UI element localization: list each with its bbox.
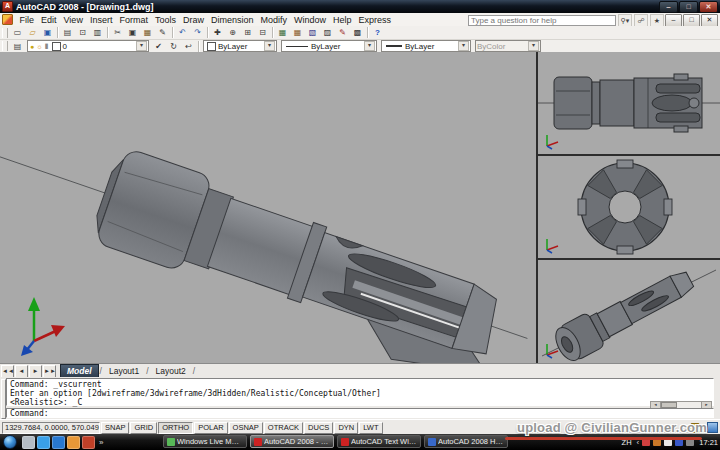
tab-next-button[interactable]: ► bbox=[29, 365, 42, 378]
plot-icon[interactable]: ▤ bbox=[60, 26, 75, 39]
markup-set-manager-icon[interactable]: ✎ bbox=[335, 26, 350, 39]
layout-tabs-row: ◄◄ ◄ ► ►► Model / Layout1 / Layout2 / bbox=[0, 363, 720, 378]
menu-view[interactable]: View bbox=[60, 14, 86, 26]
menu-draw[interactable]: Draw bbox=[179, 14, 207, 26]
flash-hider-iso-view bbox=[538, 260, 720, 363]
coordinate-readout[interactable]: 1329.7684, 0.0000, 570.0492 bbox=[2, 422, 100, 434]
toggle-lwt[interactable]: LWT bbox=[359, 422, 382, 434]
clock[interactable]: 17:21 bbox=[699, 438, 718, 447]
sheet-set-manager-icon[interactable]: ▨ bbox=[320, 26, 335, 39]
paste-icon[interactable]: ▦ bbox=[140, 26, 155, 39]
menu-express[interactable]: Express bbox=[355, 14, 395, 26]
help-search-input[interactable] bbox=[468, 15, 616, 26]
window-switcher-icon[interactable] bbox=[37, 436, 50, 449]
toggle-grid[interactable]: GRID bbox=[130, 422, 157, 434]
command-prompt[interactable]: Command: bbox=[6, 408, 714, 418]
zoom-realtime-icon[interactable]: ⊕ bbox=[225, 26, 240, 39]
menu-help[interactable]: Help bbox=[330, 14, 356, 26]
zoom-previous-icon[interactable]: ⊟ bbox=[255, 26, 270, 39]
tab-last-button[interactable]: ►► bbox=[43, 365, 56, 378]
standard-toolbar: ▭ ▱ ▣ ▤ ⊡ ▥ ✂ ▣ ▦ ✎ ↶ ↷ ✚ ⊕ ⊞ ⊟ ▦ ▦ ▧ ▨ … bbox=[0, 26, 720, 40]
zoom-window-icon[interactable]: ⊞ bbox=[240, 26, 255, 39]
viewport-main-3d[interactable] bbox=[0, 52, 536, 363]
quickcalc-icon[interactable]: ▩ bbox=[350, 26, 365, 39]
toolbar-grip-2[interactable] bbox=[2, 41, 8, 51]
command-hscrollbar[interactable]: ◄ ► bbox=[650, 401, 712, 407]
color-dropdown[interactable]: ByLayer ▾ bbox=[203, 40, 277, 52]
layer-update-icon[interactable]: ↻ bbox=[166, 40, 181, 53]
linetype-dropdown[interactable]: ByLayer ▾ bbox=[281, 40, 377, 52]
open-icon[interactable]: ▱ bbox=[25, 26, 40, 39]
quick-launch-overflow-icon[interactable]: » bbox=[99, 438, 103, 447]
ucs-icon bbox=[20, 295, 66, 357]
menu-edit[interactable]: Edit bbox=[38, 14, 61, 26]
viewport-side-view[interactable] bbox=[538, 52, 720, 154]
match-properties-icon[interactable]: ✎ bbox=[155, 26, 170, 39]
copy-icon[interactable]: ▣ bbox=[125, 26, 140, 39]
pan-realtime-icon[interactable]: ✚ bbox=[210, 26, 225, 39]
menu-file[interactable]: File bbox=[16, 14, 38, 26]
flash-hider-side-view bbox=[538, 52, 720, 154]
menu-modify[interactable]: Modify bbox=[257, 14, 291, 26]
menu-window[interactable]: Window bbox=[291, 14, 330, 26]
watermark-text: upload @ CivilianGunner.com bbox=[517, 420, 707, 435]
plot-style-dropdown: ByColor ▾ bbox=[475, 40, 541, 52]
cut-icon[interactable]: ✂ bbox=[110, 26, 125, 39]
layer-properties-manager-icon[interactable]: ▤ bbox=[10, 40, 25, 53]
task-autocad-drawing[interactable]: AutoCAD 2008 - [D... bbox=[250, 435, 334, 448]
viewport-front-view[interactable] bbox=[538, 156, 720, 258]
linetype-dropdown-arrow[interactable]: ▾ bbox=[364, 41, 375, 51]
plot-preview-icon[interactable]: ⊡ bbox=[75, 26, 90, 39]
layer-previous-icon[interactable]: ↩ bbox=[181, 40, 196, 53]
ucs-mini-icon bbox=[543, 132, 561, 150]
toggle-snap[interactable]: SNAP bbox=[101, 422, 129, 434]
layer-dropdown-arrow[interactable]: ▾ bbox=[136, 41, 147, 51]
toggle-polar[interactable]: POLAR bbox=[194, 422, 227, 434]
clean-screen-icon[interactable] bbox=[707, 422, 718, 433]
tab-layout1[interactable]: Layout1 bbox=[103, 365, 145, 378]
task-windows-live[interactable]: Windows Live Mes... bbox=[163, 435, 247, 448]
task-autocad-text-window[interactable]: AutoCAD Text Win... bbox=[337, 435, 421, 448]
redo-icon[interactable]: ↷ bbox=[190, 26, 205, 39]
publish-icon[interactable]: ▥ bbox=[90, 26, 105, 39]
tab-layout2[interactable]: Layout2 bbox=[150, 365, 192, 378]
toggle-osnap[interactable]: OSNAP bbox=[229, 422, 263, 434]
media-player-icon[interactable] bbox=[67, 436, 80, 449]
toggle-ducs[interactable]: DUCS bbox=[304, 422, 333, 434]
toggle-ortho[interactable]: ORTHO bbox=[158, 422, 193, 434]
help-icon[interactable]: ? bbox=[370, 26, 385, 39]
save-icon[interactable]: ▣ bbox=[40, 26, 55, 39]
maximize-button[interactable]: □ bbox=[679, 1, 698, 13]
close-button[interactable]: ✕ bbox=[699, 1, 718, 13]
qnew-icon[interactable]: ▭ bbox=[10, 26, 25, 39]
task-autocad-help[interactable]: AutoCAD 2008 Help bbox=[424, 435, 508, 448]
designcenter-icon[interactable]: ▦ bbox=[290, 26, 305, 39]
toggle-otrack[interactable]: OTRACK bbox=[264, 422, 303, 434]
messenger-icon[interactable] bbox=[82, 436, 95, 449]
internet-explorer-icon[interactable] bbox=[52, 436, 65, 449]
menu-tools[interactable]: Tools bbox=[151, 14, 179, 26]
layer-dropdown[interactable]: ● ☼ ▮ 0 ▾ bbox=[27, 40, 149, 52]
color-dropdown-arrow[interactable]: ▾ bbox=[264, 41, 275, 51]
tab-model[interactable]: Model bbox=[60, 364, 99, 378]
menu-insert[interactable]: Insert bbox=[86, 14, 116, 26]
make-object-layer-current-icon[interactable]: ✔ bbox=[151, 40, 166, 53]
minimize-button[interactable]: ‒ bbox=[659, 1, 678, 13]
lineweight-dropdown-arrow[interactable]: ▾ bbox=[458, 41, 469, 51]
title-bar: A AutoCAD 2008 - [Drawing1.dwg] ‒ □ ✕ bbox=[0, 0, 720, 13]
undo-icon[interactable]: ↶ bbox=[175, 26, 190, 39]
tab-first-button[interactable]: ◄◄ bbox=[1, 365, 14, 378]
menu-dimension[interactable]: Dimension bbox=[207, 14, 257, 26]
tool-palettes-icon[interactable]: ▧ bbox=[305, 26, 320, 39]
tab-prev-button[interactable]: ◄ bbox=[15, 365, 28, 378]
start-button[interactable] bbox=[3, 435, 17, 449]
menu-format[interactable]: Format bbox=[116, 14, 152, 26]
lineweight-dropdown[interactable]: ByLayer ▾ bbox=[381, 40, 471, 52]
viewport-isometric-view[interactable] bbox=[538, 260, 720, 363]
toggle-dyn[interactable]: DYN bbox=[334, 422, 358, 434]
help-task-icon bbox=[428, 438, 436, 446]
properties-palette-icon[interactable]: ▦ bbox=[275, 26, 290, 39]
toolbar-grip[interactable] bbox=[2, 28, 8, 38]
command-history[interactable]: Command: _vscurrent Enter an option [2dw… bbox=[6, 378, 714, 406]
show-desktop-icon[interactable] bbox=[22, 436, 35, 449]
